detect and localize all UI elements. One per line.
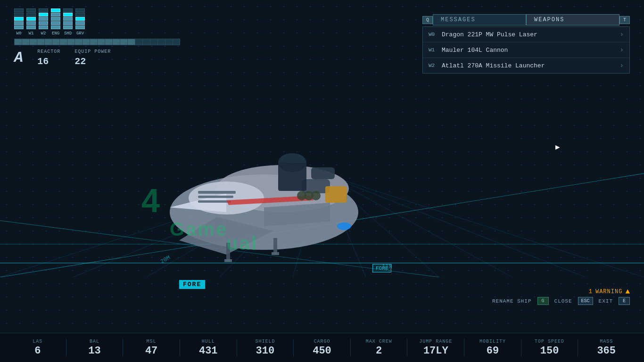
weapon-row-w2[interactable]: W2Atlatl 270A Missile Launcher› (423, 58, 629, 73)
weapons-tab[interactable]: WEAPONS (526, 14, 619, 25)
track-segment (105, 39, 112, 45)
rename-ship-label: RENAME SHIP (492, 298, 532, 304)
track-segment (29, 39, 37, 45)
stat-value: 13 (88, 346, 100, 356)
bar-label-w1: W1 (29, 31, 34, 36)
track-segment (74, 39, 82, 45)
stat-value: 2 (376, 346, 382, 356)
equip-power-value: 22 (74, 56, 111, 67)
track-segment (120, 39, 127, 45)
exit-key[interactable]: E (619, 297, 630, 305)
stat-label: BAL (90, 339, 99, 344)
track-segment (22, 39, 29, 45)
weapon-slot-label: W2 (429, 63, 442, 68)
power-bar-w2[interactable]: W2 (39, 8, 48, 36)
bar-label-w2: W2 (41, 31, 46, 36)
stat-hull: HULL431 (180, 339, 237, 356)
weapon-name-label: Mauler 104L Cannon (442, 47, 620, 54)
track-segment (97, 39, 105, 45)
stat-value: 150 (540, 346, 559, 356)
track-segment (112, 39, 120, 45)
stats-bar: LAS6BAL13MSL47HULL431SHIELD310CARGO450MA… (0, 333, 644, 362)
bar-label-eng: ENG (52, 31, 59, 36)
track-segment (150, 39, 157, 45)
svg-rect-29 (325, 186, 347, 203)
stat-value: 69 (487, 346, 499, 356)
weapon-arrow-icon: › (620, 31, 624, 38)
equip-power-detail: EQUIP POWER 22 (74, 49, 111, 67)
stat-top-speed: TOP SPEED150 (521, 339, 578, 356)
stat-jump-range: JUMP RANGE17LY (407, 339, 464, 356)
power-bar-w1[interactable]: W1 (26, 8, 36, 36)
reactor-label: REACTOR (37, 49, 60, 54)
warning-bar: 1 WARNING ▲ (589, 288, 630, 296)
stat-mass: MASS365 (578, 339, 635, 356)
weapon-row-w1[interactable]: W1Mauler 104L Cannon› (423, 42, 629, 58)
power-bar-grv[interactable]: GRV (75, 8, 85, 36)
stat-value: 450 (313, 346, 331, 356)
track-segment (165, 39, 173, 45)
weapons-key[interactable]: T (619, 16, 630, 24)
svg-text:ual: ual (226, 233, 258, 254)
stat-value: 47 (145, 346, 157, 356)
weapon-slot-label: W0 (429, 32, 442, 37)
weapon-row-w0[interactable]: W0Dragon 221P MW Pulse Laser› (423, 27, 629, 42)
track-segment (157, 39, 165, 45)
track-segment (52, 39, 59, 45)
svg-rect-23 (198, 196, 233, 198)
stat-cargo: CARGO450 (294, 339, 351, 356)
stat-label: CARGO (314, 339, 330, 344)
track-segment (82, 39, 90, 45)
track-segment (14, 39, 22, 45)
weapon-slot-label: W1 (429, 47, 442, 53)
action-bar: RENAME SHIP G CLOSE ESC EXIT E (492, 297, 630, 305)
stat-value: 365 (597, 346, 616, 356)
warning-count: 1 (589, 288, 593, 295)
reactor-detail: REACTOR 16 (37, 49, 60, 67)
stat-label: MAX CREW (366, 339, 392, 344)
weapon-list: W0Dragon 221P MW Pulse Laser›W1Mauler 10… (422, 26, 630, 74)
stat-bal: BAL13 (66, 339, 124, 356)
weapon-name-label: Atlatl 270A Missile Launcher (442, 62, 620, 69)
svg-rect-31 (278, 163, 306, 191)
svg-point-36 (337, 222, 351, 230)
power-panel: W0W1W2ENGSHDGRV A REACTOR 16 EQUIP POWER… (14, 8, 180, 67)
track-segment (37, 39, 44, 45)
stat-max-crew: MAX CREW2 (351, 339, 408, 356)
panel-tabs: Q MESSAGES WEAPONS T (422, 14, 630, 25)
svg-point-28 (311, 191, 321, 200)
track-segment (173, 39, 180, 45)
equip-power-label: EQUIP POWER (74, 49, 111, 54)
close-label: CLOSE (554, 298, 572, 304)
svg-rect-22 (198, 191, 236, 194)
power-bar-w0[interactable]: W0 (14, 8, 24, 36)
power-track (14, 39, 180, 45)
svg-rect-33 (224, 259, 232, 262)
stat-label: SHIELD (255, 339, 275, 344)
stat-label: HULL (202, 339, 215, 344)
track-segment (142, 39, 150, 45)
stat-las: LAS6 (9, 339, 66, 356)
reactor-value: 16 (37, 56, 60, 67)
messages-key[interactable]: Q (422, 16, 433, 24)
stat-shield: SHIELD310 (237, 339, 294, 356)
bar-label-grv: GRV (76, 31, 84, 36)
weapon-name-label: Dragon 221P MW Pulse Laser (442, 31, 620, 38)
messages-tab[interactable]: MESSAGES (433, 14, 526, 25)
svg-rect-34 (273, 238, 277, 255)
power-bar-eng[interactable]: ENG (51, 8, 60, 36)
stat-value: 6 (34, 346, 41, 356)
power-bars-container: W0W1W2ENGSHDGRV (14, 8, 180, 36)
rename-ship-key[interactable]: G (537, 297, 549, 305)
track-segment (135, 39, 142, 45)
reactor-info: A REACTOR 16 EQUIP POWER 22 (14, 49, 180, 67)
close-key[interactable]: ESC (578, 297, 593, 305)
track-segment (127, 39, 135, 45)
grid-measure-11n: 11N (382, 263, 392, 270)
stat-value: 310 (256, 346, 275, 356)
weapon-arrow-icon: › (620, 62, 624, 69)
power-bar-shd[interactable]: SHD (63, 8, 73, 36)
track-segment (44, 39, 52, 45)
stat-label: MSL (147, 339, 157, 344)
stat-value: 431 (199, 346, 218, 356)
